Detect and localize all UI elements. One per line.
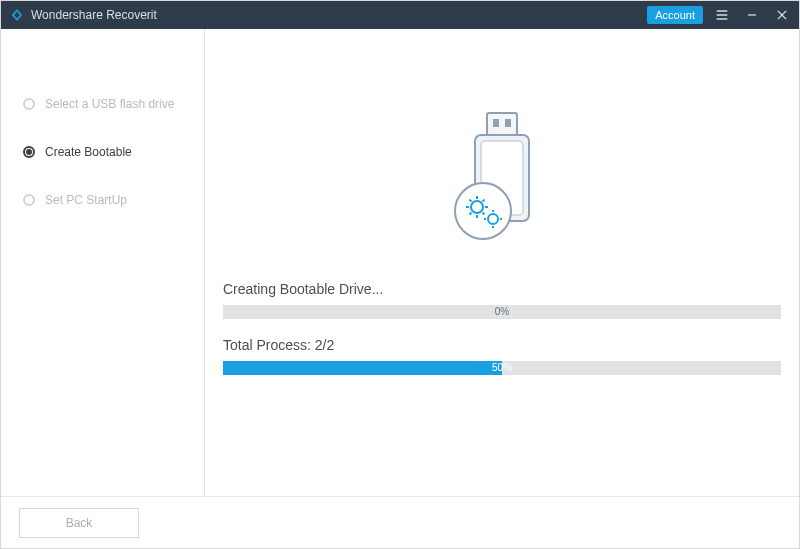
progress-label: Total Process: 2/2 [223, 337, 781, 353]
progress-bar: 50% [223, 361, 781, 375]
radio-icon [23, 146, 35, 158]
back-button[interactable]: Back [19, 508, 139, 538]
footer: Back [1, 496, 799, 548]
progress-bar: 0% [223, 305, 781, 319]
progress-creating-bootable: Creating Bootable Drive... 0% [223, 281, 781, 319]
svg-point-11 [455, 183, 511, 239]
svg-line-17 [470, 200, 472, 202]
step-create-bootable: Create Bootable [1, 135, 204, 169]
main-panel: Creating Bootable Drive... 0% Total Proc… [205, 29, 799, 496]
progress-fill [223, 361, 502, 375]
step-set-pc-startup: Set PC StartUp [1, 183, 204, 217]
sidebar: Select a USB flash drive Create Bootable… [1, 29, 205, 496]
svg-rect-7 [493, 119, 499, 127]
usb-drive-icon [437, 107, 567, 251]
close-icon[interactable] [771, 5, 793, 25]
radio-icon [23, 194, 35, 206]
account-button[interactable]: Account [647, 6, 703, 24]
svg-line-19 [470, 213, 472, 215]
radio-icon [23, 98, 35, 110]
menu-icon[interactable] [711, 5, 733, 25]
progress-percent: 0% [495, 305, 509, 319]
app-window: Wondershare Recoverit Account Select a U… [0, 0, 800, 549]
svg-rect-8 [505, 119, 511, 127]
minimize-icon[interactable] [741, 5, 763, 25]
step-label: Select a USB flash drive [45, 97, 174, 111]
step-label: Create Bootable [45, 145, 132, 159]
progress-total: Total Process: 2/2 50% [223, 337, 781, 375]
app-logo-icon [9, 7, 25, 23]
progress-label: Creating Bootable Drive... [223, 281, 781, 297]
app-title: Wondershare Recoverit [31, 8, 157, 22]
step-label: Set PC StartUp [45, 193, 127, 207]
step-select-usb: Select a USB flash drive [1, 87, 204, 121]
body: Select a USB flash drive Create Bootable… [1, 29, 799, 496]
svg-line-18 [483, 213, 485, 215]
progress-percent: 50% [492, 361, 512, 375]
titlebar: Wondershare Recoverit Account [1, 1, 799, 29]
svg-rect-6 [487, 113, 517, 135]
svg-line-20 [483, 200, 485, 202]
